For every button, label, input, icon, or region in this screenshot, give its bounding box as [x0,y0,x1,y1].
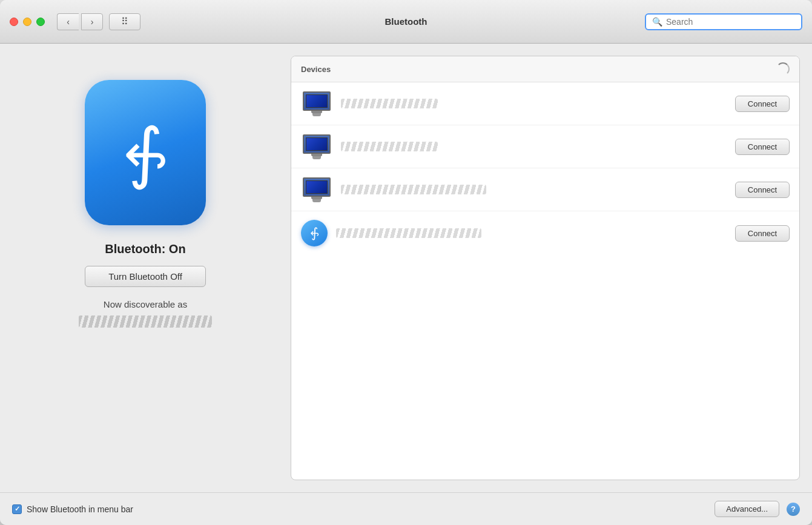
back-button[interactable]: ‹ [57,13,79,30]
right-panel: Devices [291,56,800,480]
table-row: Connect [291,82,799,125]
grid-view-button[interactable]: ⠿ [109,13,140,30]
connect-button[interactable]: Connect [735,225,790,242]
device-name-area [341,99,727,108]
main-content: ⨗ Bluetooth: On Turn Bluetooth Off Now d… [0,44,812,492]
nav-buttons: ‹ › [57,13,103,30]
search-icon: 🔍 [652,17,662,27]
monitor-icon [301,177,332,202]
bluetooth-symbol-small: ⨗ [311,226,318,240]
discoverable-label: Now discoverable as [104,299,187,309]
monitor-icon [301,134,332,159]
device-name-redacted [341,99,438,108]
left-panel: ⨗ Bluetooth: On Turn Bluetooth Off Now d… [12,56,279,480]
bluetooth-status-label: Bluetooth: On [105,242,185,256]
table-row: ⨗ Connect [291,211,799,255]
device-name-area [336,228,727,238]
device-name-area [341,185,727,194]
devices-title: Devices [301,65,331,74]
turn-bluetooth-off-button[interactable]: Turn Bluetooth Off [85,266,206,287]
show-menu-bar-checkbox[interactable]: ✓ [12,504,22,514]
maximize-button[interactable] [36,18,45,26]
connect-button[interactable]: Connect [735,96,790,112]
search-box[interactable]: 🔍 [645,13,802,30]
bluetooth-symbol: ⨗ [128,119,163,186]
search-input[interactable] [666,17,795,27]
loading-spinner [776,62,790,76]
devices-list: Connect Co [291,82,799,480]
connect-button[interactable]: Connect [735,139,790,155]
monitor-icon [301,91,332,116]
table-row: Connect [291,168,799,211]
bluetooth-window: ‹ › ⠿ Bluetooth 🔍 ⨗ Bluetooth: On Turn B… [0,0,812,525]
advanced-button[interactable]: Advanced... [715,501,779,517]
bluetooth-icon-container: ⨗ [85,80,206,225]
minimize-button[interactable] [23,18,31,26]
title-bar: ‹ › ⠿ Bluetooth 🔍 [0,0,812,44]
table-row: Connect [291,125,799,168]
device-name-area [341,142,727,151]
device-name-redacted [341,142,438,151]
traffic-lights [10,18,45,26]
window-title: Bluetooth [385,16,427,27]
bluetooth-device-icon: ⨗ [301,220,328,246]
connect-button[interactable]: Connect [735,182,790,198]
help-button[interactable]: ? [787,503,800,516]
grid-icon: ⠿ [121,16,128,27]
device-name-redacted [341,185,486,194]
show-menu-bar-label: Show Bluetooth in menu bar [27,504,133,514]
bottom-bar: ✓ Show Bluetooth in menu bar Advanced...… [0,492,812,525]
checkmark-icon: ✓ [15,506,20,512]
devices-pane: Devices [291,56,800,480]
close-button[interactable] [10,18,18,26]
device-name-redacted [336,228,481,238]
checkbox-area: ✓ Show Bluetooth in menu bar [12,504,707,514]
devices-header: Devices [291,56,799,82]
discoverable-device-name [79,315,212,328]
forward-button[interactable]: › [81,13,103,30]
